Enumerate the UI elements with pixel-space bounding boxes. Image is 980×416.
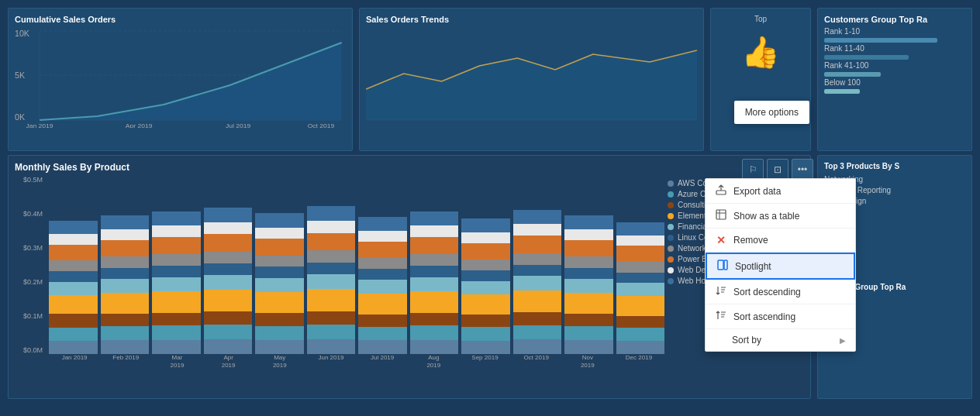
chart-toolbar: ⚐ ⊡ ••• (742, 159, 813, 180)
x-axis: Jan 2019 Feb 2019 Mar2019 Apr2019 May201… (49, 354, 664, 377)
x-label-jan: Jan 2019 (49, 354, 100, 377)
menu-item-sort-asc[interactable]: Sort ascending (706, 304, 855, 329)
seg-powerbi-may (255, 239, 304, 256)
top-card-label: Top (754, 15, 767, 23)
svg-rect-18 (718, 260, 723, 270)
y-axis: $0.5M $0.4M $0.3M $0.2M $0.1M $0.0M (15, 176, 46, 354)
stacked-bar-nov (564, 215, 613, 354)
seg-linux-aug (410, 266, 459, 277)
y-label-5: $0.5M (23, 176, 43, 184)
seg-linux-oct (513, 265, 562, 277)
menu-label-remove: Remove (733, 235, 768, 246)
seg-webdesign-mar (152, 225, 201, 237)
stacked-bar-aug (410, 211, 459, 354)
seg-finrep-sep (461, 281, 510, 294)
legend-dot-finrep (668, 224, 674, 230)
rank-rows: Rank 1-10 Rank 11-40 Rank 41-100 Below 1… (824, 27, 965, 94)
stacked-bar-feb (101, 215, 150, 354)
seg-webdesign-jan (49, 234, 98, 245)
menu-item-remove[interactable]: ✕ Remove (706, 229, 855, 253)
seg-aws-jun (307, 339, 356, 354)
seg-webdesign-aug (410, 225, 459, 237)
spotlight-icon (716, 260, 729, 273)
x-label-dec: Dec 2019 (613, 354, 664, 377)
menu-label-spotlight: Spotlight (735, 261, 771, 272)
legend-dot-webhosting (668, 278, 674, 284)
seg-aws-may (255, 340, 304, 354)
seg-finrep-aug (410, 277, 459, 291)
seg-linux-mar (152, 266, 201, 277)
x-label-mar: Mar2019 (151, 354, 202, 377)
customers-chart-card: Customers Group Top Ra Rank 1-10 Rank 11… (817, 8, 972, 151)
stacked-bar-oct (513, 210, 562, 354)
x-label-apr: Apr2019 (203, 354, 254, 377)
cumulative-chart-area: 10K 5K 0K Jan 2019 Apr 2019 Jul 2019 Oct… (15, 27, 346, 128)
stacked-bar-jun (307, 206, 356, 354)
menu-item-sort-desc[interactable]: Sort descending (706, 280, 855, 304)
main-chart-title: Monthly Sales By Product (15, 162, 804, 173)
seg-consult-apr (204, 311, 253, 325)
seg-consult-mar (152, 313, 201, 326)
rank-label-3: Rank 41-100 (824, 61, 868, 70)
seg-finrep-oct (513, 276, 562, 291)
stacked-bar-jul (358, 217, 407, 354)
more-options-label: More options (745, 107, 799, 118)
focus-button[interactable]: ⊡ (767, 159, 788, 180)
top-thumbs-card: Top 👍 (710, 8, 811, 151)
seg-webhost-nov (564, 215, 613, 229)
bar-group-apr (204, 176, 253, 354)
seg-network-apr (204, 252, 253, 263)
more-options-button[interactable]: ••• (792, 159, 813, 180)
seg-powerbi-aug (410, 237, 459, 254)
seg-consult-jul (358, 315, 407, 327)
seg-aws-jul (358, 340, 407, 354)
rank-bar-3 (824, 72, 881, 77)
x-label-oct: Oct 2019 (511, 354, 562, 377)
trends-svg (366, 27, 697, 128)
seg-element-jan (49, 295, 98, 314)
seg-finrep-feb (101, 279, 150, 293)
legend-dot-webdesign (668, 267, 674, 273)
menu-item-export[interactable]: Export data (706, 179, 855, 204)
seg-webdesign-feb (101, 229, 150, 240)
seg-network-mar (152, 254, 201, 266)
menu-label-sort-desc: Sort descending (733, 287, 801, 297)
seg-aws-nov (564, 340, 613, 354)
svg-rect-19 (724, 260, 727, 270)
legend-dot-linux (668, 235, 674, 241)
menu-item-table[interactable]: Show as a table (706, 204, 855, 229)
seg-webhost-dec (616, 222, 665, 236)
seg-powerbi-sep (461, 243, 510, 260)
svg-rect-15 (716, 210, 726, 219)
seg-powerbi-jun (307, 233, 356, 251)
seg-webdesign-jul (358, 231, 407, 242)
seg-consult-oct (513, 312, 562, 325)
seg-network-may (255, 256, 304, 267)
table-icon (715, 209, 727, 222)
seg-aws-dec (616, 341, 665, 354)
seg-network-jun (307, 250, 356, 262)
y-label-0: $0.0M (23, 346, 43, 354)
seg-linux-feb (101, 268, 150, 279)
seg-powerbi-apr (204, 234, 253, 252)
main-chart-content: $0.5M $0.4M $0.3M $0.2M $0.1M $0.0M (15, 176, 804, 377)
x-label-aug: Aug2019 (408, 354, 459, 377)
svg-text:Oct 2019: Oct 2019 (308, 122, 335, 128)
bar-group-aug (410, 176, 459, 354)
rank-label-4: Below 100 (824, 78, 861, 87)
cumulative-chart-title: Cumulative Sales Orders (15, 15, 346, 24)
rank-label-1: Rank 1-10 (824, 27, 860, 36)
menu-label-sort-by: Sort by (732, 335, 761, 346)
menu-item-sort-by[interactable]: Sort by ▶ (706, 329, 855, 351)
seg-element-apr (204, 290, 253, 311)
seg-element-may (255, 292, 304, 313)
seg-webdesign-nov (564, 229, 613, 240)
seg-powerbi-jul (358, 242, 407, 258)
seg-element-sep (461, 294, 510, 315)
legend-dot-networking (668, 246, 674, 252)
sort-asc-icon (715, 310, 727, 323)
menu-item-spotlight[interactable]: Spotlight (706, 253, 855, 280)
seg-webhost-mar (152, 211, 201, 225)
cumulative-chart-card: Cumulative Sales Orders 10K 5K 0K Jan 20… (8, 8, 353, 151)
filter-button[interactable]: ⚐ (742, 159, 764, 180)
